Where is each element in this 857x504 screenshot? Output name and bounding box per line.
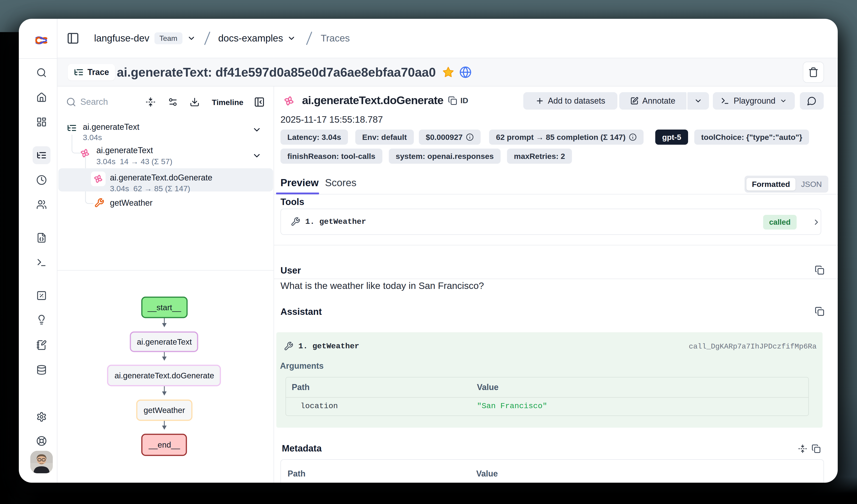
svg-text:__start__: __start__: [147, 303, 181, 312]
svg-text:__end__: __end__: [149, 440, 180, 449]
svg-text:ai.generateText: ai.generateText: [137, 337, 192, 346]
svg-text:ai.generateText.doGenerate: ai.generateText.doGenerate: [115, 371, 214, 380]
svg-text:getWeather: getWeather: [144, 406, 185, 415]
